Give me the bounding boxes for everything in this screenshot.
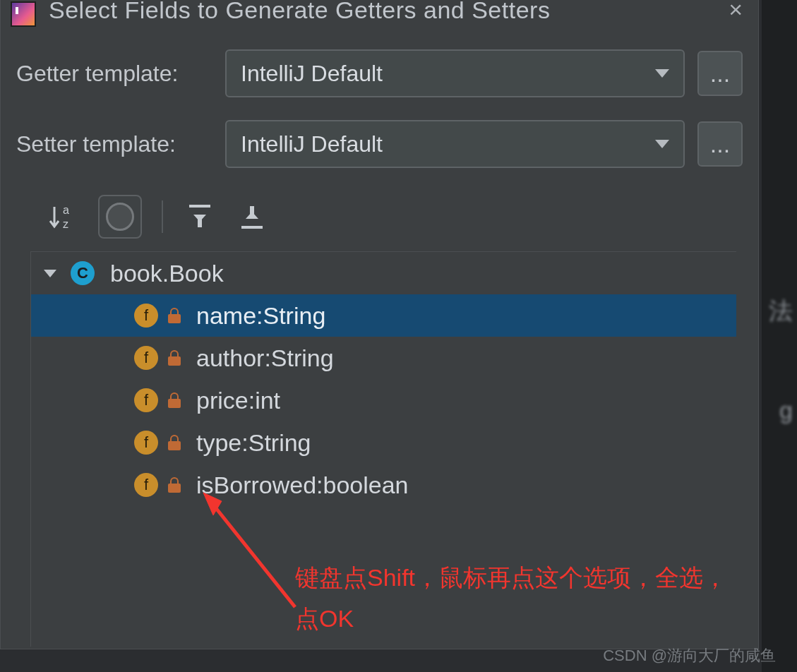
circle-icon [106, 203, 134, 231]
svg-rect-2 [189, 205, 210, 208]
lock-icon [168, 350, 181, 366]
svg-text:z: z [63, 218, 68, 230]
field-node[interactable]: f isBorrowed:boolean [31, 464, 736, 506]
lock-icon [168, 435, 181, 450]
form-area: Getter template: IntelliJ Default ... Se… [1, 28, 758, 654]
svg-rect-5 [241, 226, 263, 229]
setter-template-row: Setter template: IntelliJ Default ... [16, 120, 743, 168]
close-icon[interactable]: × [723, 0, 748, 21]
field-label: name:String [196, 302, 325, 330]
toolbar-separator [162, 200, 163, 233]
setter-template-select[interactable]: IntelliJ Default [225, 120, 685, 168]
lock-icon [168, 392, 181, 408]
show-classes-toggle[interactable] [98, 195, 142, 239]
svg-rect-3 [198, 219, 202, 227]
field-node[interactable]: f price:int [31, 379, 736, 421]
chevron-down-icon [655, 69, 669, 78]
expand-all-button[interactable] [183, 200, 217, 234]
field-node[interactable]: f type:String [31, 421, 736, 464]
class-icon: C [71, 261, 95, 285]
class-node[interactable]: C book.Book [31, 252, 736, 294]
field-label: price:int [196, 387, 280, 414]
getter-template-browse-button[interactable]: ... [697, 51, 743, 96]
svg-text:a: a [63, 204, 69, 216]
setter-template-browse-button[interactable]: ... [697, 121, 743, 167]
class-name: book.Book [110, 260, 224, 287]
tree-toolbar: a z [16, 191, 743, 248]
lock-icon [168, 477, 181, 493]
bg-glyph-2: g [779, 397, 793, 424]
chevron-down-icon [655, 140, 669, 148]
getter-template-value: IntelliJ Default [241, 61, 383, 87]
bg-glyph-1: 法 [769, 295, 793, 328]
field-icon: f [134, 473, 158, 497]
field-label: type:String [196, 429, 311, 457]
watermark: CSDN @游向大厂的咸鱼 [603, 645, 776, 666]
field-node[interactable]: f name:String [31, 294, 736, 337]
field-label: isBorrowed:boolean [196, 472, 409, 499]
intellij-app-icon [11, 1, 36, 27]
lock-icon [168, 308, 181, 323]
field-icon: f [134, 388, 158, 412]
setter-template-value: IntelliJ Default [241, 131, 383, 157]
field-icon: f [134, 431, 158, 455]
dialog: Select Fields to Generate Getters and Se… [0, 0, 759, 649]
field-icon: f [134, 304, 158, 328]
field-icon: f [134, 346, 158, 370]
background-strip [762, 0, 797, 672]
setter-template-label: Setter template: [16, 131, 212, 157]
field-node[interactable]: f author:String [31, 337, 736, 379]
fields-tree[interactable]: C book.Book f name:String f author:Strin… [30, 251, 736, 647]
collapse-all-button[interactable] [235, 200, 269, 234]
getter-template-label: Getter template: [16, 61, 212, 87]
getter-template-select[interactable]: IntelliJ Default [225, 49, 685, 97]
getter-template-row: Getter template: IntelliJ Default ... [16, 49, 743, 97]
title-bar: Select Fields to Generate Getters and Se… [1, 0, 758, 28]
field-label: author:String [196, 344, 334, 372]
sort-alpha-button[interactable]: a z [46, 200, 80, 234]
dialog-title: Select Fields to Generate Getters and Se… [49, 0, 550, 24]
chevron-down-icon [44, 270, 56, 277]
